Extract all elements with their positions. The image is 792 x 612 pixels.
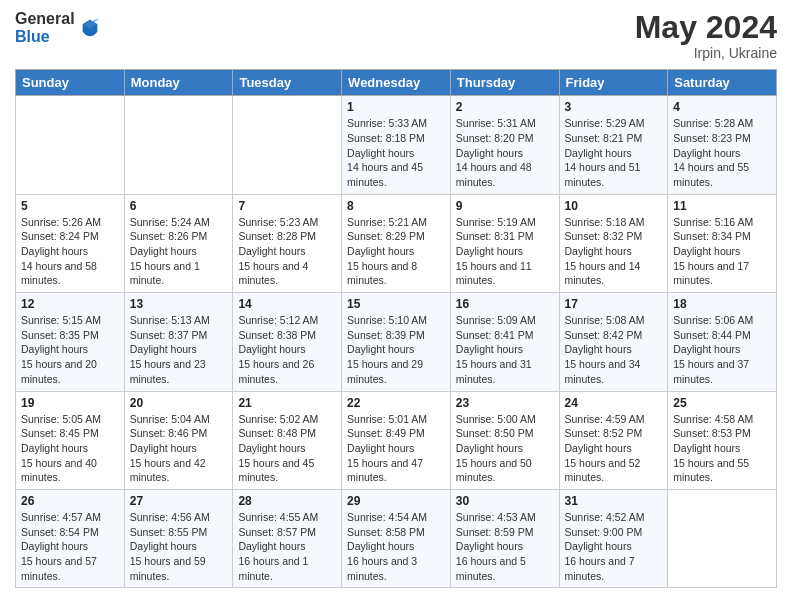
day-number: 9	[456, 199, 554, 213]
day-info: Sunrise: 5:29 AMSunset: 8:21 PMDaylight …	[565, 116, 663, 189]
day-info: Sunrise: 5:33 AMSunset: 8:18 PMDaylight …	[347, 116, 445, 189]
calendar-cell: 8Sunrise: 5:21 AMSunset: 8:29 PMDaylight…	[342, 194, 451, 292]
calendar-week-row: 1Sunrise: 5:33 AMSunset: 8:18 PMDaylight…	[16, 96, 777, 194]
day-number: 24	[565, 396, 663, 410]
day-number: 18	[673, 297, 771, 311]
day-info: Sunrise: 5:31 AMSunset: 8:20 PMDaylight …	[456, 116, 554, 189]
day-number: 7	[238, 199, 336, 213]
weekday-header: Saturday	[668, 70, 777, 96]
calendar-cell: 27Sunrise: 4:56 AMSunset: 8:55 PMDayligh…	[124, 489, 233, 587]
calendar-cell: 16Sunrise: 5:09 AMSunset: 8:41 PMDayligh…	[450, 293, 559, 391]
calendar-week-row: 26Sunrise: 4:57 AMSunset: 8:54 PMDayligh…	[16, 489, 777, 587]
day-number: 13	[130, 297, 228, 311]
location: Irpin, Ukraine	[635, 45, 777, 61]
calendar-cell: 22Sunrise: 5:01 AMSunset: 8:49 PMDayligh…	[342, 391, 451, 489]
day-info: Sunrise: 5:19 AMSunset: 8:31 PMDaylight …	[456, 215, 554, 288]
day-info: Sunrise: 5:24 AMSunset: 8:26 PMDaylight …	[130, 215, 228, 288]
day-number: 28	[238, 494, 336, 508]
day-info: Sunrise: 5:10 AMSunset: 8:39 PMDaylight …	[347, 313, 445, 386]
day-info: Sunrise: 5:21 AMSunset: 8:29 PMDaylight …	[347, 215, 445, 288]
calendar-cell: 3Sunrise: 5:29 AMSunset: 8:21 PMDaylight…	[559, 96, 668, 194]
calendar-cell: 13Sunrise: 5:13 AMSunset: 8:37 PMDayligh…	[124, 293, 233, 391]
day-info: Sunrise: 5:28 AMSunset: 8:23 PMDaylight …	[673, 116, 771, 189]
day-info: Sunrise: 5:26 AMSunset: 8:24 PMDaylight …	[21, 215, 119, 288]
calendar-cell	[124, 96, 233, 194]
title-block: May 2024 Irpin, Ukraine	[635, 10, 777, 61]
day-info: Sunrise: 5:13 AMSunset: 8:37 PMDaylight …	[130, 313, 228, 386]
day-number: 29	[347, 494, 445, 508]
calendar-cell	[16, 96, 125, 194]
day-number: 17	[565, 297, 663, 311]
weekday-header: Monday	[124, 70, 233, 96]
day-info: Sunrise: 5:06 AMSunset: 8:44 PMDaylight …	[673, 313, 771, 386]
day-info: Sunrise: 4:57 AMSunset: 8:54 PMDaylight …	[21, 510, 119, 583]
day-info: Sunrise: 5:00 AMSunset: 8:50 PMDaylight …	[456, 412, 554, 485]
calendar-cell: 6Sunrise: 5:24 AMSunset: 8:26 PMDaylight…	[124, 194, 233, 292]
calendar-cell: 23Sunrise: 5:00 AMSunset: 8:50 PMDayligh…	[450, 391, 559, 489]
day-number: 6	[130, 199, 228, 213]
calendar-cell: 11Sunrise: 5:16 AMSunset: 8:34 PMDayligh…	[668, 194, 777, 292]
day-number: 30	[456, 494, 554, 508]
calendar-cell: 30Sunrise: 4:53 AMSunset: 8:59 PMDayligh…	[450, 489, 559, 587]
weekday-header-row: SundayMondayTuesdayWednesdayThursdayFrid…	[16, 70, 777, 96]
day-number: 12	[21, 297, 119, 311]
calendar-cell	[668, 489, 777, 587]
day-number: 11	[673, 199, 771, 213]
day-info: Sunrise: 5:23 AMSunset: 8:28 PMDaylight …	[238, 215, 336, 288]
calendar-cell: 9Sunrise: 5:19 AMSunset: 8:31 PMDaylight…	[450, 194, 559, 292]
day-info: Sunrise: 4:53 AMSunset: 8:59 PMDaylight …	[456, 510, 554, 583]
day-info: Sunrise: 5:15 AMSunset: 8:35 PMDaylight …	[21, 313, 119, 386]
calendar-cell: 31Sunrise: 4:52 AMSunset: 9:00 PMDayligh…	[559, 489, 668, 587]
calendar-week-row: 19Sunrise: 5:05 AMSunset: 8:45 PMDayligh…	[16, 391, 777, 489]
calendar-cell: 19Sunrise: 5:05 AMSunset: 8:45 PMDayligh…	[16, 391, 125, 489]
day-number: 5	[21, 199, 119, 213]
weekday-header: Friday	[559, 70, 668, 96]
logo: General Blue	[15, 10, 101, 45]
weekday-header: Sunday	[16, 70, 125, 96]
calendar-cell: 14Sunrise: 5:12 AMSunset: 8:38 PMDayligh…	[233, 293, 342, 391]
calendar-table: SundayMondayTuesdayWednesdayThursdayFrid…	[15, 69, 777, 588]
day-number: 20	[130, 396, 228, 410]
calendar-cell: 10Sunrise: 5:18 AMSunset: 8:32 PMDayligh…	[559, 194, 668, 292]
calendar-cell: 21Sunrise: 5:02 AMSunset: 8:48 PMDayligh…	[233, 391, 342, 489]
day-number: 25	[673, 396, 771, 410]
day-number: 26	[21, 494, 119, 508]
day-number: 21	[238, 396, 336, 410]
day-info: Sunrise: 5:05 AMSunset: 8:45 PMDaylight …	[21, 412, 119, 485]
day-info: Sunrise: 5:04 AMSunset: 8:46 PMDaylight …	[130, 412, 228, 485]
calendar-cell	[233, 96, 342, 194]
page-header: General Blue May 2024 Irpin, Ukraine	[15, 10, 777, 61]
day-info: Sunrise: 4:59 AMSunset: 8:52 PMDaylight …	[565, 412, 663, 485]
day-info: Sunrise: 5:02 AMSunset: 8:48 PMDaylight …	[238, 412, 336, 485]
day-number: 27	[130, 494, 228, 508]
day-info: Sunrise: 5:01 AMSunset: 8:49 PMDaylight …	[347, 412, 445, 485]
day-info: Sunrise: 5:08 AMSunset: 8:42 PMDaylight …	[565, 313, 663, 386]
logo-general: General	[15, 10, 75, 28]
logo-icon	[79, 17, 101, 39]
calendar-cell: 25Sunrise: 4:58 AMSunset: 8:53 PMDayligh…	[668, 391, 777, 489]
calendar-cell: 28Sunrise: 4:55 AMSunset: 8:57 PMDayligh…	[233, 489, 342, 587]
day-info: Sunrise: 5:09 AMSunset: 8:41 PMDaylight …	[456, 313, 554, 386]
day-number: 8	[347, 199, 445, 213]
calendar-cell: 18Sunrise: 5:06 AMSunset: 8:44 PMDayligh…	[668, 293, 777, 391]
day-info: Sunrise: 5:12 AMSunset: 8:38 PMDaylight …	[238, 313, 336, 386]
day-info: Sunrise: 4:55 AMSunset: 8:57 PMDaylight …	[238, 510, 336, 583]
day-number: 3	[565, 100, 663, 114]
calendar-cell: 29Sunrise: 4:54 AMSunset: 8:58 PMDayligh…	[342, 489, 451, 587]
day-number: 2	[456, 100, 554, 114]
calendar-cell: 1Sunrise: 5:33 AMSunset: 8:18 PMDaylight…	[342, 96, 451, 194]
calendar-cell: 20Sunrise: 5:04 AMSunset: 8:46 PMDayligh…	[124, 391, 233, 489]
calendar-cell: 4Sunrise: 5:28 AMSunset: 8:23 PMDaylight…	[668, 96, 777, 194]
calendar-cell: 17Sunrise: 5:08 AMSunset: 8:42 PMDayligh…	[559, 293, 668, 391]
day-number: 10	[565, 199, 663, 213]
day-number: 14	[238, 297, 336, 311]
calendar-cell: 5Sunrise: 5:26 AMSunset: 8:24 PMDaylight…	[16, 194, 125, 292]
day-info: Sunrise: 4:56 AMSunset: 8:55 PMDaylight …	[130, 510, 228, 583]
day-number: 23	[456, 396, 554, 410]
day-info: Sunrise: 4:52 AMSunset: 9:00 PMDaylight …	[565, 510, 663, 583]
day-number: 15	[347, 297, 445, 311]
calendar-cell: 24Sunrise: 4:59 AMSunset: 8:52 PMDayligh…	[559, 391, 668, 489]
day-info: Sunrise: 4:58 AMSunset: 8:53 PMDaylight …	[673, 412, 771, 485]
calendar-week-row: 12Sunrise: 5:15 AMSunset: 8:35 PMDayligh…	[16, 293, 777, 391]
day-number: 31	[565, 494, 663, 508]
